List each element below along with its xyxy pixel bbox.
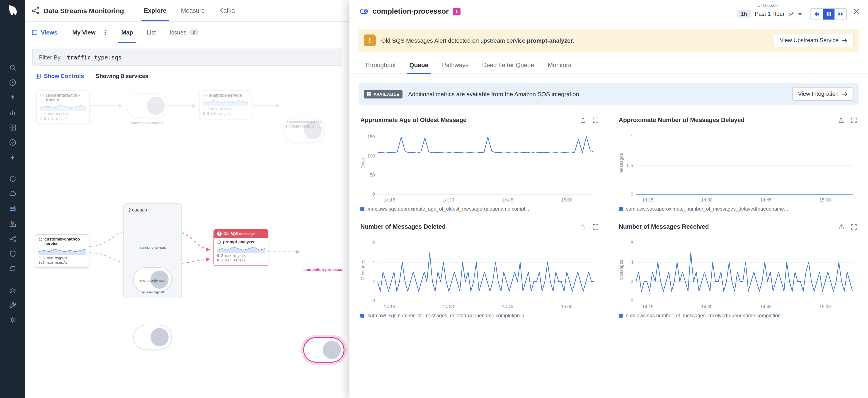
issues-count-badge: 2 — [189, 29, 198, 35]
map-controls-bar: Show Controls Showing 8 services — [25, 69, 349, 79]
line-chart[interactable]: 024614:1514:3014:4515:00Messages — [619, 235, 857, 311]
views-button[interactable]: Views — [31, 29, 57, 36]
tab-throughput[interactable]: Throughput — [359, 58, 402, 74]
pin-icon[interactable] — [788, 11, 794, 17]
view-upstream-service-button[interactable]: View Upstream Service — [774, 34, 854, 47]
views-panel-icon — [31, 29, 38, 36]
svg-text:14:15: 14:15 — [384, 197, 395, 202]
apm-icon[interactable] — [7, 152, 18, 163]
rewind-button[interactable] — [811, 8, 823, 19]
monitors-icon[interactable] — [7, 138, 18, 147]
node-interactions-stream[interactable] — [126, 93, 168, 118]
tab-queue[interactable]: Queue — [403, 58, 434, 74]
node-low-priority-sqs[interactable] — [133, 325, 172, 349]
data-streams-icon[interactable] — [7, 204, 18, 214]
app: client-interaction-tracker 1.2 max msgs/… — [0, 0, 868, 398]
svg-text:Messages: Messages — [619, 153, 624, 174]
view-options-menu[interactable] — [102, 29, 108, 35]
expand-icon[interactable] — [592, 224, 599, 230]
svg-text:14:45: 14:45 — [761, 197, 772, 202]
filter-by-label: Filter By — [39, 54, 61, 61]
security-icon[interactable] — [7, 249, 18, 259]
tab-list[interactable]: List — [140, 22, 162, 43]
show-controls-button[interactable]: Show Controls — [35, 73, 84, 79]
search-icon[interactable] — [7, 63, 18, 73]
export-icon[interactable] — [580, 224, 586, 230]
tab-issues[interactable]: Issues2 — [163, 22, 205, 43]
integrations-icon[interactable] — [7, 300, 18, 310]
integration-message: Additional metrics are available from th… — [408, 90, 581, 97]
tab-measure[interactable]: Measure — [174, 0, 212, 21]
svg-text:100: 100 — [367, 153, 375, 159]
export-icon[interactable] — [838, 117, 844, 123]
infrastructure-icon[interactable] — [7, 189, 18, 199]
current-view-selector[interactable]: My View — [72, 29, 95, 36]
expand-icon[interactable] — [592, 117, 599, 123]
metrics-icon[interactable] — [7, 108, 18, 117]
bug-icon[interactable] — [7, 285, 18, 295]
min-throughput: 0.2 min msgs/s — [217, 258, 265, 263]
integration-banner: AVAILABLE Additional metrics are availab… — [359, 83, 859, 105]
datadog-logo[interactable] — [6, 4, 19, 17]
svg-text:15:00: 15:00 — [819, 197, 831, 202]
timezone-label: UTC-05:00 — [757, 3, 778, 7]
svg-text:Messages: Messages — [619, 260, 624, 280]
chevron-down-icon[interactable] — [798, 11, 802, 16]
line-chart[interactable]: 00.5114:1514:3014:4515:00Messages — [619, 128, 857, 204]
expand-icon[interactable] — [851, 224, 857, 230]
page-brand: Data Streams Monitoring — [31, 0, 124, 21]
sparkline — [40, 104, 86, 111]
node-prompt-analyzer[interactable]: ! Old SQS message prompt-analyzer 0.2 ma… — [214, 229, 268, 266]
svg-text:6: 6 — [372, 240, 375, 245]
expand-icon[interactable] — [851, 117, 857, 123]
tab-pathways[interactable]: Pathways — [436, 58, 474, 74]
chart-title: Approximate Number of Messages Delayed — [619, 117, 744, 123]
min-throughput: 0.6 min msgs/s — [38, 260, 86, 265]
node-name: analytics-service — [209, 93, 242, 98]
service-mgmt-icon[interactable] — [7, 174, 18, 184]
arrow-right-icon — [842, 37, 847, 43]
node-client-interaction-tracker[interactable]: client-interaction-tracker 1.2 max msgs/… — [36, 90, 90, 124]
tab-monitors[interactable]: Monitors — [542, 58, 577, 74]
node-completion-processor[interactable] — [303, 337, 344, 363]
chart-card-messages-delayed: Approximate Number of Messages Delayed 0… — [619, 117, 857, 211]
network-icon[interactable] — [7, 234, 18, 244]
tab-kafka[interactable]: Kafka — [212, 0, 242, 21]
node-customer-chatbot-service[interactable]: customer-chatbot-service 0.8 max msgs/s … — [35, 234, 89, 268]
svg-text:15:00: 15:00 — [561, 304, 572, 309]
svg-text:6: 6 — [631, 240, 633, 245]
chart-title: Number of Messages Received — [619, 223, 709, 230]
pause-button[interactable] — [823, 8, 834, 19]
view-integration-button[interactable]: View Integration — [792, 87, 854, 101]
view-toolbar: Views My View Map List Issues2 — [25, 22, 349, 43]
legend-swatch — [360, 313, 365, 317]
integration-tile-icon — [367, 92, 371, 96]
ci-icon[interactable] — [7, 264, 18, 274]
svg-text:1: 1 — [631, 134, 633, 139]
queue-knob — [147, 97, 165, 115]
svg-text:0: 0 — [372, 298, 375, 303]
node-analytics-service[interactable]: analytics-service 1.2 max msgs/s 0.9 min… — [199, 90, 252, 119]
filter-bar: Filter By traffic_type:sqs — [25, 43, 349, 69]
line-chart[interactable]: 05010015014:1514:3014:4515:00Days — [360, 128, 599, 204]
svg-text:14:45: 14:45 — [761, 304, 772, 309]
time-range-chip[interactable]: 1h — [737, 10, 751, 18]
tab-map[interactable]: Map — [115, 22, 140, 43]
settings-gear-icon[interactable] — [7, 315, 18, 325]
close-panel-icon[interactable] — [853, 8, 860, 15]
dashboards-icon[interactable] — [7, 122, 18, 133]
panel-header: completion-processor UTC-05:00 1h Past 1… — [349, 0, 868, 23]
panel-title: completion-processor — [373, 7, 449, 16]
tab-dead-letter-queue[interactable]: Dead Letter Queue — [476, 58, 540, 74]
tab-explore[interactable]: Explore — [137, 0, 174, 21]
export-icon[interactable] — [580, 117, 586, 123]
filter-input[interactable]: Filter By traffic_type:sqs — [32, 49, 342, 66]
max-throughput: 1.2 max msgs/s — [40, 112, 86, 116]
time-range-label[interactable]: Past 1 Hour — [755, 11, 784, 17]
history-icon[interactable] — [7, 78, 18, 88]
export-icon[interactable] — [838, 224, 844, 230]
containers-icon[interactable] — [7, 219, 18, 229]
sparkles-icon[interactable] — [7, 92, 18, 103]
fast-forward-button[interactable] — [834, 8, 846, 19]
line-chart[interactable]: 024614:1514:3014:4515:00Messages — [360, 235, 599, 311]
